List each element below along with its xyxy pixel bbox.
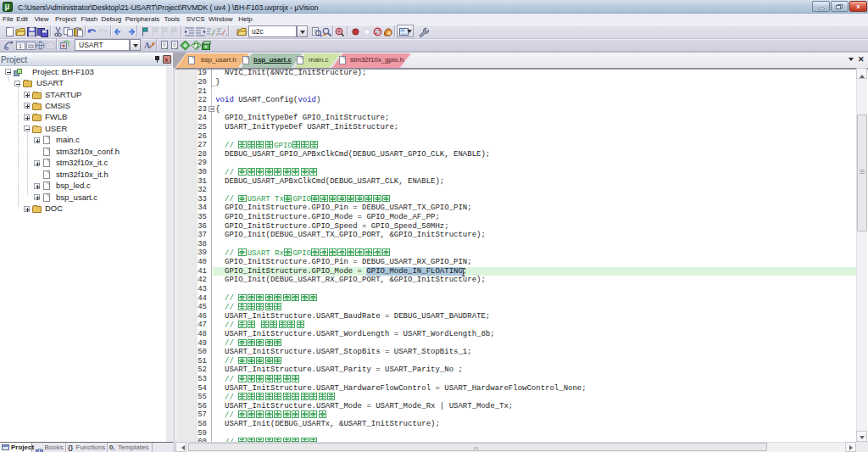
svg-text://: // — [221, 30, 227, 37]
svg-text:A: A — [144, 41, 151, 50]
svg-text:1: 1 — [19, 43, 22, 49]
